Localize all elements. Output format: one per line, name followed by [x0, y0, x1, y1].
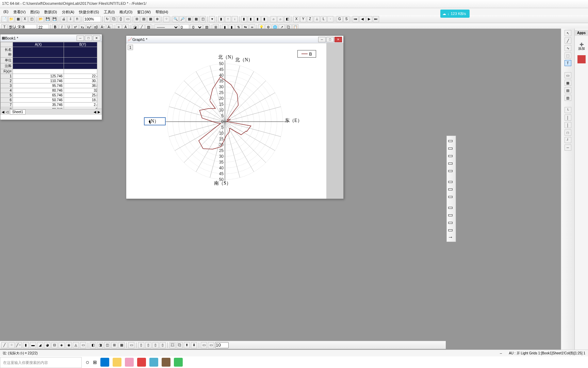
north-label-2[interactable]: 北（N）: [235, 57, 253, 63]
obj12-icon[interactable]: ▭: [448, 227, 455, 233]
table-row[interactable]: 1125.74622.41: [1, 74, 102, 79]
bar4-icon[interactable]: ▮: [261, 16, 267, 22]
size-input[interactable]: [215, 342, 229, 348]
obj1-icon[interactable]: ▭: [448, 137, 455, 143]
zoom-in-icon[interactable]: 🔍: [173, 16, 179, 22]
south-label[interactable]: 南（S）: [214, 180, 231, 186]
mask-icon[interactable]: ◧: [284, 16, 290, 22]
menu-gadgets[interactable]: 快捷分析(S): [77, 9, 101, 14]
sheet-tab[interactable]: Sheet1: [10, 109, 26, 114]
new-graph-icon[interactable]: ◫: [29, 16, 35, 22]
layout2-icon[interactable]: ▦: [147, 16, 153, 22]
panel4-icon[interactable]: ▥: [565, 95, 571, 101]
panel1-icon[interactable]: ▭: [565, 72, 571, 78]
table-row[interactable]: 565.74625.89: [1, 93, 102, 98]
arr3-icon[interactable]: ▯: [152, 342, 159, 348]
obj6-icon[interactable]: ▭: [448, 178, 455, 184]
m6-icon[interactable]: ▭: [128, 342, 134, 348]
last-icon[interactable]: ⏭: [373, 16, 379, 22]
m2-icon[interactable]: ◨: [97, 342, 103, 348]
code-icon[interactable]: {}: [118, 16, 124, 22]
workbook-window[interactable]: ▦ Book1 * ─ □ ✕ A(X)B(Y) 长名称 单位 注释 F(x)=…: [0, 34, 102, 120]
app-item-icon[interactable]: [577, 55, 586, 63]
obj5-icon[interactable]: ▭: [448, 167, 455, 173]
east-label[interactable]: 东（E）: [285, 118, 302, 124]
dropdown-icon[interactable]: ▾: [209, 16, 215, 22]
menu-graph[interactable]: 图(G): [28, 9, 42, 14]
graph-close-button[interactable]: ✕: [334, 37, 342, 42]
h-scroll-left-icon[interactable]: ◀: [94, 110, 96, 114]
west-label-editing[interactable]: （N）: [144, 117, 166, 125]
obj9-icon[interactable]: ▭: [448, 204, 455, 210]
contour-plot-icon[interactable]: ◉: [66, 342, 72, 348]
zoom-out-icon[interactable]: 🔎: [179, 16, 185, 22]
new-excel-icon[interactable]: X: [22, 16, 28, 22]
obj8-icon[interactable]: ▭: [448, 193, 455, 199]
refresh-icon[interactable]: ↻: [104, 16, 110, 22]
scatter-plot-icon[interactable]: ⁘: [9, 342, 15, 348]
fwd-icon[interactable]: ▶: [366, 16, 372, 22]
x-icon[interactable]: X: [293, 16, 299, 22]
obj3-icon[interactable]: ▭: [448, 152, 455, 158]
explorer-icon[interactable]: [113, 358, 121, 367]
group-icon[interactable]: ⿴: [169, 342, 176, 348]
new-project-icon[interactable]: 📄: [1, 16, 7, 22]
filter2-icon[interactable]: ⌕: [277, 16, 283, 22]
h-scroll-right-icon[interactable]: ▶: [98, 110, 100, 114]
mdi-area[interactable]: ▦ Book1 * ─ □ ✕ A(X)B(Y) 长名称 单位 注释 F(x)=…: [0, 29, 561, 354]
m1-icon[interactable]: ◧: [90, 342, 96, 348]
z-icon[interactable]: Z: [307, 16, 313, 22]
axis4-icon[interactable]: □: [565, 129, 571, 136]
pie-plot-icon[interactable]: ◕: [44, 342, 50, 348]
template-icon[interactable]: ▭: [80, 342, 86, 348]
units-header[interactable]: 单位: [1, 58, 13, 63]
linescatter-plot-icon[interactable]: ╱⁘: [16, 342, 22, 348]
graph-titlebar[interactable]: 📈 Graph1 * ─ □ ✕: [126, 36, 343, 43]
lk1-icon[interactable]: ▭: [201, 342, 207, 348]
table-row[interactable]: 480.74632.4: [1, 88, 102, 93]
graph-window[interactable]: 📈 Graph1 * ─ □ ✕ 1: [126, 35, 344, 199]
vertical-scrollbar[interactable]: [97, 42, 102, 109]
m4-icon[interactable]: ⊞: [111, 342, 117, 348]
layout-icon[interactable]: ▤: [141, 16, 147, 22]
batch-icon[interactable]: ⎘: [74, 16, 80, 22]
bar3-icon[interactable]: ▮: [255, 16, 261, 22]
app1-icon[interactable]: [125, 358, 134, 367]
edge-icon[interactable]: [100, 358, 109, 367]
label-icon[interactable]: L: [321, 16, 327, 22]
back-icon[interactable]: ⬇: [191, 342, 197, 348]
workbook-titlebar[interactable]: ▦ Book1 * ─ □ ✕: [0, 34, 102, 42]
fx-header[interactable]: F(x)=: [1, 69, 13, 74]
zoom-combo[interactable]: [83, 16, 101, 22]
axis3-icon[interactable]: │: [565, 122, 571, 128]
panel3-icon[interactable]: ▤: [565, 87, 571, 93]
arr4-icon[interactable]: ▯: [160, 342, 166, 348]
save-all-icon[interactable]: 💾: [51, 16, 58, 22]
col-icon[interactable]: ▮: [218, 16, 224, 22]
bar1-icon[interactable]: ▮: [241, 16, 247, 22]
back-icon[interactable]: ◀: [359, 16, 365, 22]
obj7-icon[interactable]: ▭: [448, 186, 455, 192]
curve-tool-icon[interactable]: ∿: [565, 45, 571, 51]
filter-icon[interactable]: ⌕: [271, 16, 277, 22]
obj4-icon[interactable]: ▭: [448, 160, 455, 166]
cortana-icon[interactable]: ○: [86, 359, 89, 366]
sort-desc-icon[interactable]: ↓: [232, 16, 238, 22]
rescale-icon[interactable]: ⊞: [134, 16, 140, 22]
obj2-icon[interactable]: ▭: [448, 145, 455, 151]
new-folder-icon[interactable]: 📁: [8, 16, 14, 22]
menu-view[interactable]: 查看(V): [11, 9, 28, 14]
ungroup-icon[interactable]: ⿻: [177, 342, 183, 348]
first-icon[interactable]: ⏮: [353, 16, 359, 22]
obj11-icon[interactable]: ▭: [448, 219, 455, 225]
menu-format[interactable]: 格式(O): [117, 9, 134, 14]
col-b-header[interactable]: B(Y): [64, 42, 101, 47]
3d-plot-icon[interactable]: ◈: [59, 342, 65, 348]
tab-nav-first-icon[interactable]: ◀: [2, 110, 4, 114]
obj10-icon[interactable]: ▭: [448, 212, 455, 218]
g-icon[interactable]: G: [337, 16, 343, 22]
obj13-icon[interactable]: →: [448, 234, 455, 240]
import-icon[interactable]: ⇩: [67, 16, 74, 22]
worksheet-table[interactable]: A(X)B(Y) 长名称 单位 注释 F(x)= 1125.74622.4121…: [0, 42, 102, 109]
graph-minimize-button[interactable]: ─: [318, 37, 326, 42]
